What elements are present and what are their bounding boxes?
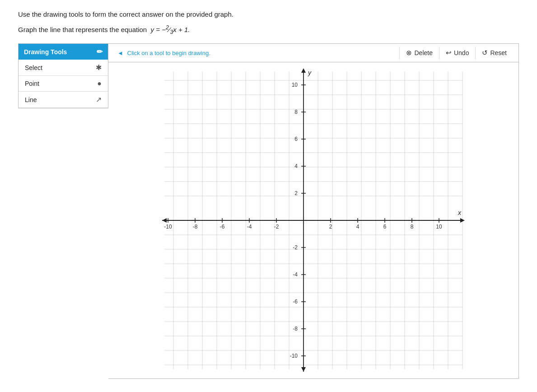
equation-math: y = −2⁄3x + 1. — [149, 26, 190, 33]
x-tick-label: -8 — [193, 224, 198, 230]
delete-icon: ⊗ — [406, 49, 412, 57]
x-tick-label: -2 — [274, 224, 279, 230]
coordinate-graph[interactable]: -10 -8 -6 -4 -2 2 4 — [160, 67, 467, 374]
tool-select[interactable]: Select ✱ — [19, 60, 108, 76]
select-icon: ✱ — [96, 63, 102, 72]
y-tick-label: -8 — [293, 326, 298, 332]
x-tick-label: 4 — [356, 224, 360, 230]
x-axis-arrow-left — [162, 218, 167, 223]
tool-select-label: Select — [25, 64, 42, 71]
tool-point-label: Point — [25, 80, 39, 87]
tool-point[interactable]: Point ● — [19, 76, 108, 92]
y-axis-arrow-up — [301, 68, 306, 73]
y-tick-label: 6 — [294, 136, 298, 142]
y-tick-label: -4 — [293, 271, 298, 278]
toolbar-hint: ◄ Click on a tool to begin drawing. — [114, 50, 399, 56]
x-tick-label: 6 — [383, 224, 387, 230]
instruction-line1: Use the drawing tools to form the correc… — [18, 9, 519, 20]
point-icon: ● — [97, 79, 102, 88]
undo-button[interactable]: ↩ Undo — [439, 47, 475, 59]
undo-icon: ↩ — [446, 49, 452, 57]
delete-button[interactable]: ⊗ Delete — [399, 47, 439, 59]
x-tick-label: 8 — [411, 224, 414, 230]
y-tick-label: 8 — [294, 109, 298, 115]
y-tick-label: 2 — [294, 190, 298, 196]
drawing-tools-panel: Drawing Tools ✏ Select ✱ Point ● Line ↗ — [18, 43, 108, 108]
y-tick-label: 4 — [294, 163, 298, 169]
drawing-tools-title: Drawing Tools — [24, 48, 67, 56]
y-tick-label: -2 — [293, 244, 298, 251]
toolbar: ◄ Click on a tool to begin drawing. ⊗ De… — [108, 43, 519, 62]
equation-prefix: Graph the line that represents the equat… — [18, 26, 147, 33]
y-tick-label: -10 — [290, 353, 298, 359]
y-axis-arrow-down — [301, 367, 306, 372]
x-tick-label: -4 — [247, 224, 252, 230]
reset-button[interactable]: ↺ Reset — [475, 47, 513, 59]
y-tick-label: 10 — [292, 82, 298, 88]
x-tick-label: -6 — [220, 224, 225, 230]
line-icon: ↗ — [96, 95, 102, 104]
hint-arrow-icon: ◄ — [117, 50, 123, 56]
y-tick-label: -6 — [293, 299, 298, 305]
tool-line[interactable]: Line ↗ — [19, 92, 108, 108]
graph-area[interactable]: -10 -8 -6 -4 -2 2 4 — [108, 62, 519, 379]
x-axis-label: x — [458, 209, 462, 216]
x-tick-label: 2 — [329, 224, 332, 230]
x-tick-label: 10 — [436, 224, 442, 230]
drawing-tools-header: Drawing Tools ✏ — [19, 44, 108, 60]
y-axis-label: y — [308, 69, 312, 76]
tool-line-label: Line — [25, 96, 37, 103]
toolbar-and-graph: ◄ Click on a tool to begin drawing. ⊗ De… — [108, 43, 519, 379]
pencil-icon: ✏ — [97, 47, 103, 56]
reset-icon: ↺ — [482, 49, 488, 57]
x-tick-label: -10 — [164, 224, 172, 230]
main-container: Drawing Tools ✏ Select ✱ Point ● Line ↗ … — [18, 43, 519, 379]
